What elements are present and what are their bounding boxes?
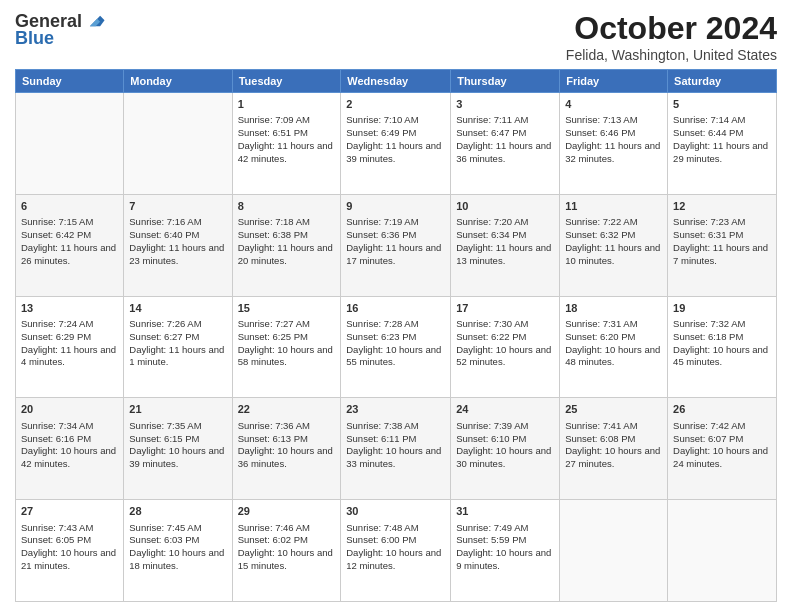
day-number: 11 bbox=[565, 199, 662, 214]
calendar-cell: 3Sunrise: 7:11 AM Sunset: 6:47 PM Daylig… bbox=[451, 93, 560, 195]
calendar-cell: 17Sunrise: 7:30 AM Sunset: 6:22 PM Dayli… bbox=[451, 296, 560, 398]
day-number: 21 bbox=[129, 402, 226, 417]
logo-icon bbox=[84, 10, 106, 32]
day-info: Sunrise: 7:14 AM Sunset: 6:44 PM Dayligh… bbox=[673, 114, 771, 165]
day-number: 28 bbox=[129, 504, 226, 519]
day-number: 4 bbox=[565, 97, 662, 112]
calendar-cell: 15Sunrise: 7:27 AM Sunset: 6:25 PM Dayli… bbox=[232, 296, 341, 398]
day-number: 29 bbox=[238, 504, 336, 519]
day-number: 20 bbox=[21, 402, 118, 417]
day-info: Sunrise: 7:34 AM Sunset: 6:16 PM Dayligh… bbox=[21, 420, 118, 471]
day-number: 16 bbox=[346, 301, 445, 316]
calendar-week-row: 6Sunrise: 7:15 AM Sunset: 6:42 PM Daylig… bbox=[16, 194, 777, 296]
day-number: 9 bbox=[346, 199, 445, 214]
day-info: Sunrise: 7:15 AM Sunset: 6:42 PM Dayligh… bbox=[21, 216, 118, 267]
page: General Blue October 2024 Felida, Washin… bbox=[0, 0, 792, 612]
day-info: Sunrise: 7:36 AM Sunset: 6:13 PM Dayligh… bbox=[238, 420, 336, 471]
calendar-week-row: 27Sunrise: 7:43 AM Sunset: 6:05 PM Dayli… bbox=[16, 500, 777, 602]
day-info: Sunrise: 7:41 AM Sunset: 6:08 PM Dayligh… bbox=[565, 420, 662, 471]
calendar-cell: 18Sunrise: 7:31 AM Sunset: 6:20 PM Dayli… bbox=[560, 296, 668, 398]
day-number: 5 bbox=[673, 97, 771, 112]
calendar-week-row: 20Sunrise: 7:34 AM Sunset: 6:16 PM Dayli… bbox=[16, 398, 777, 500]
day-header-friday: Friday bbox=[560, 70, 668, 93]
logo: General Blue bbox=[15, 10, 106, 49]
calendar-week-row: 13Sunrise: 7:24 AM Sunset: 6:29 PM Dayli… bbox=[16, 296, 777, 398]
day-number: 3 bbox=[456, 97, 554, 112]
day-header-wednesday: Wednesday bbox=[341, 70, 451, 93]
day-info: Sunrise: 7:11 AM Sunset: 6:47 PM Dayligh… bbox=[456, 114, 554, 165]
day-info: Sunrise: 7:16 AM Sunset: 6:40 PM Dayligh… bbox=[129, 216, 226, 267]
calendar-cell bbox=[124, 93, 232, 195]
calendar-cell: 16Sunrise: 7:28 AM Sunset: 6:23 PM Dayli… bbox=[341, 296, 451, 398]
day-info: Sunrise: 7:39 AM Sunset: 6:10 PM Dayligh… bbox=[456, 420, 554, 471]
calendar-cell: 10Sunrise: 7:20 AM Sunset: 6:34 PM Dayli… bbox=[451, 194, 560, 296]
day-number: 26 bbox=[673, 402, 771, 417]
day-info: Sunrise: 7:35 AM Sunset: 6:15 PM Dayligh… bbox=[129, 420, 226, 471]
day-number: 6 bbox=[21, 199, 118, 214]
location-subtitle: Felida, Washington, United States bbox=[566, 47, 777, 63]
calendar-header: SundayMondayTuesdayWednesdayThursdayFrid… bbox=[16, 70, 777, 93]
day-info: Sunrise: 7:20 AM Sunset: 6:34 PM Dayligh… bbox=[456, 216, 554, 267]
calendar-cell: 20Sunrise: 7:34 AM Sunset: 6:16 PM Dayli… bbox=[16, 398, 124, 500]
calendar-cell: 25Sunrise: 7:41 AM Sunset: 6:08 PM Dayli… bbox=[560, 398, 668, 500]
day-number: 22 bbox=[238, 402, 336, 417]
calendar-cell: 4Sunrise: 7:13 AM Sunset: 6:46 PM Daylig… bbox=[560, 93, 668, 195]
day-info: Sunrise: 7:13 AM Sunset: 6:46 PM Dayligh… bbox=[565, 114, 662, 165]
header: General Blue October 2024 Felida, Washin… bbox=[15, 10, 777, 63]
day-info: Sunrise: 7:49 AM Sunset: 5:59 PM Dayligh… bbox=[456, 522, 554, 573]
day-number: 27 bbox=[21, 504, 118, 519]
day-number: 13 bbox=[21, 301, 118, 316]
day-number: 7 bbox=[129, 199, 226, 214]
calendar-cell: 21Sunrise: 7:35 AM Sunset: 6:15 PM Dayli… bbox=[124, 398, 232, 500]
title-block: October 2024 Felida, Washington, United … bbox=[566, 10, 777, 63]
day-info: Sunrise: 7:09 AM Sunset: 6:51 PM Dayligh… bbox=[238, 114, 336, 165]
day-info: Sunrise: 7:23 AM Sunset: 6:31 PM Dayligh… bbox=[673, 216, 771, 267]
calendar-cell bbox=[16, 93, 124, 195]
calendar-cell: 28Sunrise: 7:45 AM Sunset: 6:03 PM Dayli… bbox=[124, 500, 232, 602]
calendar-table: SundayMondayTuesdayWednesdayThursdayFrid… bbox=[15, 69, 777, 602]
day-info: Sunrise: 7:31 AM Sunset: 6:20 PM Dayligh… bbox=[565, 318, 662, 369]
day-info: Sunrise: 7:43 AM Sunset: 6:05 PM Dayligh… bbox=[21, 522, 118, 573]
calendar-cell: 2Sunrise: 7:10 AM Sunset: 6:49 PM Daylig… bbox=[341, 93, 451, 195]
day-number: 25 bbox=[565, 402, 662, 417]
day-number: 12 bbox=[673, 199, 771, 214]
calendar-cell: 30Sunrise: 7:48 AM Sunset: 6:00 PM Dayli… bbox=[341, 500, 451, 602]
calendar-cell: 12Sunrise: 7:23 AM Sunset: 6:31 PM Dayli… bbox=[668, 194, 777, 296]
day-info: Sunrise: 7:38 AM Sunset: 6:11 PM Dayligh… bbox=[346, 420, 445, 471]
day-header-thursday: Thursday bbox=[451, 70, 560, 93]
day-number: 31 bbox=[456, 504, 554, 519]
day-header-monday: Monday bbox=[124, 70, 232, 93]
day-header-saturday: Saturday bbox=[668, 70, 777, 93]
day-info: Sunrise: 7:46 AM Sunset: 6:02 PM Dayligh… bbox=[238, 522, 336, 573]
day-number: 2 bbox=[346, 97, 445, 112]
day-number: 14 bbox=[129, 301, 226, 316]
calendar-cell: 6Sunrise: 7:15 AM Sunset: 6:42 PM Daylig… bbox=[16, 194, 124, 296]
day-number: 23 bbox=[346, 402, 445, 417]
day-number: 30 bbox=[346, 504, 445, 519]
day-header-tuesday: Tuesday bbox=[232, 70, 341, 93]
calendar-cell: 9Sunrise: 7:19 AM Sunset: 6:36 PM Daylig… bbox=[341, 194, 451, 296]
day-info: Sunrise: 7:10 AM Sunset: 6:49 PM Dayligh… bbox=[346, 114, 445, 165]
month-title: October 2024 bbox=[566, 10, 777, 47]
day-info: Sunrise: 7:48 AM Sunset: 6:00 PM Dayligh… bbox=[346, 522, 445, 573]
calendar-cell: 1Sunrise: 7:09 AM Sunset: 6:51 PM Daylig… bbox=[232, 93, 341, 195]
day-info: Sunrise: 7:19 AM Sunset: 6:36 PM Dayligh… bbox=[346, 216, 445, 267]
day-number: 10 bbox=[456, 199, 554, 214]
day-header-sunday: Sunday bbox=[16, 70, 124, 93]
calendar-cell: 14Sunrise: 7:26 AM Sunset: 6:27 PM Dayli… bbox=[124, 296, 232, 398]
calendar-cell: 13Sunrise: 7:24 AM Sunset: 6:29 PM Dayli… bbox=[16, 296, 124, 398]
calendar-cell: 31Sunrise: 7:49 AM Sunset: 5:59 PM Dayli… bbox=[451, 500, 560, 602]
calendar-cell bbox=[668, 500, 777, 602]
day-info: Sunrise: 7:18 AM Sunset: 6:38 PM Dayligh… bbox=[238, 216, 336, 267]
calendar-cell: 19Sunrise: 7:32 AM Sunset: 6:18 PM Dayli… bbox=[668, 296, 777, 398]
day-info: Sunrise: 7:22 AM Sunset: 6:32 PM Dayligh… bbox=[565, 216, 662, 267]
day-number: 18 bbox=[565, 301, 662, 316]
day-info: Sunrise: 7:45 AM Sunset: 6:03 PM Dayligh… bbox=[129, 522, 226, 573]
day-number: 15 bbox=[238, 301, 336, 316]
day-info: Sunrise: 7:27 AM Sunset: 6:25 PM Dayligh… bbox=[238, 318, 336, 369]
calendar-cell: 11Sunrise: 7:22 AM Sunset: 6:32 PM Dayli… bbox=[560, 194, 668, 296]
logo-blue-text: Blue bbox=[15, 28, 54, 49]
day-number: 17 bbox=[456, 301, 554, 316]
calendar-cell bbox=[560, 500, 668, 602]
day-info: Sunrise: 7:30 AM Sunset: 6:22 PM Dayligh… bbox=[456, 318, 554, 369]
